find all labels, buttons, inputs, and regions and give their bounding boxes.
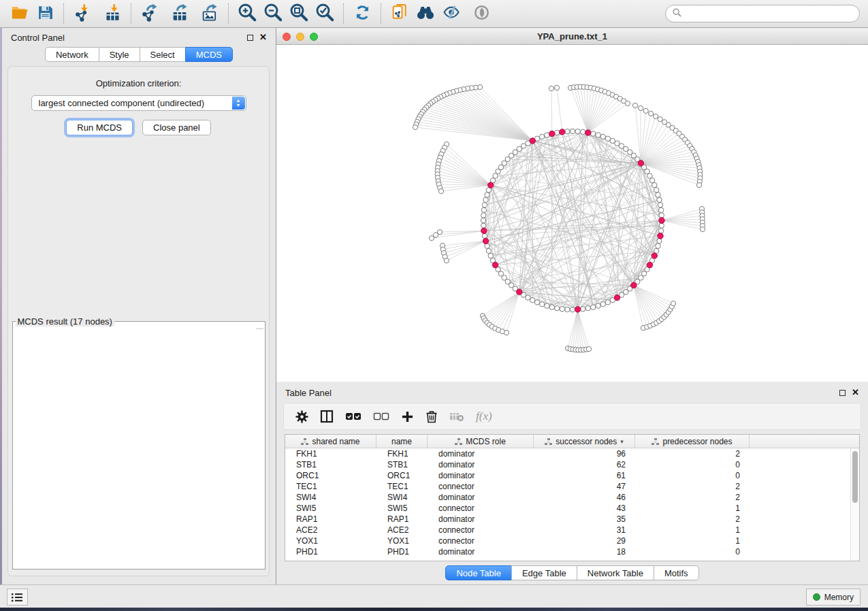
network-node[interactable]	[600, 134, 605, 139]
function-builder-button[interactable]: f(x)	[476, 410, 492, 423]
mcds-hub-node[interactable]	[647, 262, 652, 267]
network-node[interactable]	[659, 223, 664, 228]
mcds-hub-node[interactable]	[658, 233, 663, 239]
mcds-hub-node[interactable]	[530, 138, 535, 144]
select-all-button[interactable]	[345, 411, 361, 422]
table-row[interactable]: ACE2ACE2connector311	[285, 525, 859, 535]
mcds-hub-node[interactable]	[652, 253, 657, 259]
network-node[interactable]	[658, 208, 663, 212]
network-node[interactable]	[581, 129, 585, 134]
network-node[interactable]	[591, 305, 596, 310]
column-header-name[interactable]: name	[376, 435, 428, 448]
show-all-button[interactable]	[470, 3, 492, 24]
network-node[interactable]	[485, 193, 489, 197]
leaf-node[interactable]	[653, 114, 658, 118]
panel-menu-button[interactable]	[7, 589, 28, 606]
export-table-button[interactable]	[169, 3, 191, 24]
mcds-hub-node[interactable]	[659, 218, 664, 223]
table-row[interactable]: SWI5SWI5connector431	[285, 503, 859, 514]
mcds-hub-node[interactable]	[614, 295, 620, 300]
table-row[interactable]: ORC1ORC1dominator610	[285, 470, 859, 481]
table-row[interactable]: RAP1RAP1dominator352	[285, 514, 859, 525]
leaf-node[interactable]	[638, 105, 643, 110]
close-panel-button[interactable]: Close panel	[142, 120, 211, 135]
leaf-node[interactable]	[554, 85, 559, 90]
mcds-list-scrollbar[interactable]	[256, 328, 263, 329]
search-box[interactable]	[665, 5, 860, 22]
tab-node-table[interactable]: Node Table	[445, 565, 512, 580]
mcds-hub-node[interactable]	[560, 129, 565, 135]
mcds-hub-node[interactable]	[575, 307, 580, 312]
mcds-hub-node[interactable]	[481, 228, 487, 233]
network-node[interactable]	[549, 305, 554, 310]
deselect-all-button[interactable]	[373, 411, 389, 422]
criterion-select[interactable]: largest connected component (undirected)…	[31, 95, 246, 111]
leaf-node[interactable]	[549, 86, 553, 90]
network-node[interactable]	[610, 138, 615, 143]
tab-network[interactable]: Network	[45, 47, 99, 62]
network-node[interactable]	[555, 306, 560, 310]
column-header-successor-nodes[interactable]: successor nodes▾	[534, 435, 635, 448]
network-node[interactable]	[539, 301, 544, 306]
network-node[interactable]	[530, 297, 535, 302]
network-node[interactable]	[545, 303, 549, 308]
table-scrollbar[interactable]	[850, 448, 859, 561]
network-node[interactable]	[652, 182, 657, 187]
import-table-button[interactable]	[101, 3, 123, 24]
leaf-node[interactable]	[671, 301, 675, 306]
mcds-hub-node[interactable]	[638, 161, 643, 166]
network-node[interactable]	[605, 136, 610, 141]
mcds-hub-node[interactable]	[585, 130, 591, 135]
network-node[interactable]	[482, 233, 487, 238]
leaf-node[interactable]	[504, 330, 509, 335]
refresh-button[interactable]	[351, 3, 373, 24]
network-node[interactable]	[658, 229, 663, 233]
leaf-node[interactable]	[625, 101, 630, 105]
network-node[interactable]	[560, 306, 564, 311]
mcds-hub-node[interactable]	[549, 131, 555, 136]
table-row[interactable]: TEC1TEC1connector472	[285, 481, 859, 492]
network-node[interactable]	[481, 223, 486, 228]
find-button[interactable]	[415, 3, 436, 24]
network-node[interactable]	[585, 306, 590, 310]
add-column-button[interactable]	[401, 410, 414, 423]
network-graph-canvas[interactable]	[276, 45, 868, 382]
clone-network-button[interactable]	[389, 3, 411, 24]
leaf-node[interactable]	[658, 117, 662, 122]
network-node[interactable]	[539, 134, 544, 139]
save-session-button[interactable]	[34, 3, 56, 24]
export-image-button[interactable]	[199, 3, 221, 24]
network-node[interactable]	[481, 213, 486, 218]
zoom-selected-button[interactable]	[314, 3, 336, 24]
table-row[interactable]: PHD1PHD1dominator180	[285, 546, 859, 557]
network-node[interactable]	[482, 203, 487, 208]
leaf-node[interactable]	[444, 258, 449, 263]
tab-network-table[interactable]: Network Table	[577, 565, 654, 580]
float-panel-icon[interactable]	[247, 35, 253, 41]
tab-motifs[interactable]: Motifs	[654, 565, 699, 580]
network-node[interactable]	[657, 239, 662, 244]
network-node[interactable]	[581, 306, 585, 311]
network-node[interactable]	[575, 129, 580, 134]
mcds-hub-node[interactable]	[483, 238, 488, 244]
hide-selected-button[interactable]	[440, 3, 462, 24]
table-options-button[interactable]	[295, 410, 308, 423]
close-panel-icon[interactable]: ✕	[259, 34, 267, 41]
column-header-MCDS-role[interactable]: MCDS role	[428, 435, 534, 448]
delete-column-button[interactable]	[425, 410, 438, 423]
table-row[interactable]: STB1STB1dominator620	[285, 459, 859, 470]
close-table-panel-icon[interactable]: ✕	[852, 389, 859, 396]
export-network-button[interactable]	[139, 3, 161, 24]
network-node[interactable]	[534, 300, 539, 305]
network-node[interactable]	[488, 253, 493, 258]
network-node[interactable]	[658, 203, 662, 208]
column-header-shared-name[interactable]: shared name	[285, 435, 376, 448]
zoom-out-button[interactable]	[262, 3, 284, 24]
table-row[interactable]: FKH1FKH1dominator962	[285, 448, 859, 459]
network-node[interactable]	[483, 197, 488, 202]
network-node[interactable]	[555, 130, 560, 135]
network-node[interactable]	[565, 129, 570, 134]
leaf-node[interactable]	[632, 103, 637, 108]
network-node[interactable]	[570, 129, 575, 133]
network-node[interactable]	[481, 218, 485, 222]
